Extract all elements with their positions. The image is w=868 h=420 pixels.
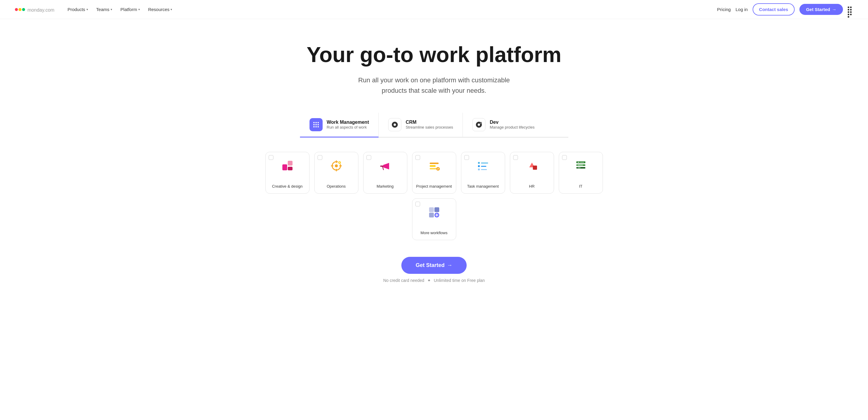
- workflow-card-creative[interactable]: Creative & design: [266, 152, 310, 193]
- logo-icon: [14, 4, 26, 15]
- svg-rect-15: [288, 167, 292, 170]
- svg-rect-39: [429, 207, 434, 212]
- marketing-label: Marketing: [377, 184, 394, 188]
- svg-rect-34: [580, 162, 584, 162]
- nav-menu: Products ▾ Teams ▾ Platform ▾ Resources …: [64, 4, 176, 14]
- work-management-title: Work Management: [327, 120, 369, 125]
- svg-rect-13: [282, 164, 287, 170]
- workflow-card-more[interactable]: More workflows: [412, 198, 456, 240]
- nav-login-link[interactable]: Log in: [736, 7, 748, 12]
- contact-sales-button[interactable]: Contact sales: [753, 3, 795, 16]
- svg-rect-1: [19, 8, 22, 11]
- tab-crm[interactable]: CRM Streamline sales processes: [379, 113, 463, 138]
- more-icon: [426, 205, 442, 220]
- workflow-card-hr[interactable]: HR: [510, 152, 554, 193]
- tab-dev[interactable]: Dev Manage product lifecycles: [463, 113, 544, 138]
- svg-rect-23: [478, 162, 480, 164]
- get-started-hero-button[interactable]: Get Started →: [401, 257, 467, 274]
- operations-label: Operations: [327, 184, 346, 188]
- svg-rect-10: [315, 126, 317, 127]
- project-checkbox[interactable]: [415, 155, 420, 160]
- nav-resources[interactable]: Resources ▾: [145, 4, 176, 14]
- nav-platform[interactable]: Platform ▾: [117, 4, 144, 14]
- teams-chevron-icon: ▾: [111, 8, 112, 11]
- platform-chevron-icon: ▾: [138, 8, 140, 11]
- workflow-card-it[interactable]: IT: [559, 152, 603, 193]
- get-started-nav-button[interactable]: Get Started →: [799, 4, 843, 15]
- dev-svg: [475, 121, 483, 129]
- workflow-card-marketing[interactable]: Marketing: [363, 152, 407, 193]
- task-checkbox[interactable]: [464, 155, 469, 160]
- svg-rect-41: [429, 213, 434, 217]
- svg-rect-7: [315, 124, 317, 125]
- workflows-grid: Creative & design Operations: [255, 152, 613, 240]
- crm-svg: [391, 121, 399, 129]
- svg-rect-25: [478, 165, 480, 167]
- svg-point-17: [335, 164, 338, 167]
- hero-subtitle: Run all your work on one platform with c…: [358, 75, 510, 96]
- svg-rect-8: [317, 124, 319, 125]
- creative-icon: [280, 158, 295, 174]
- cta-separator: ✦: [427, 278, 431, 283]
- operations-checkbox[interactable]: [317, 155, 322, 160]
- svg-rect-19: [430, 162, 439, 164]
- svg-rect-26: [481, 166, 486, 167]
- marketing-checkbox[interactable]: [367, 155, 371, 160]
- tab-work-management[interactable]: Work Management Run all aspects of work: [300, 113, 379, 138]
- workflow-card-project[interactable]: Project management: [412, 152, 456, 193]
- workflow-card-operations[interactable]: Operations: [314, 152, 359, 193]
- nav-teams[interactable]: Teams ▾: [93, 4, 116, 14]
- svg-rect-5: [317, 122, 319, 123]
- product-tabs: Work Management Run all aspects of work …: [300, 113, 568, 138]
- it-label: IT: [579, 184, 583, 188]
- nav-left: monday.com Products ▾ Teams ▾ Platform ▾…: [14, 4, 176, 15]
- marketing-icon: [377, 158, 393, 174]
- crm-text: CRM Streamline sales processes: [405, 120, 453, 129]
- products-chevron-icon: ▾: [87, 8, 88, 11]
- work-management-text: Work Management Run all aspects of work: [327, 120, 369, 129]
- svg-rect-4: [315, 122, 317, 123]
- work-management-desc: Run all aspects of work: [327, 125, 369, 129]
- svg-rect-2: [22, 8, 25, 11]
- svg-rect-30: [533, 166, 537, 170]
- hero-title: Your go-to work platform: [307, 43, 561, 66]
- svg-rect-14: [288, 161, 292, 166]
- resources-chevron-icon: ▾: [170, 8, 172, 11]
- svg-rect-9: [313, 126, 315, 127]
- hr-icon: [524, 158, 540, 174]
- creative-label: Creative & design: [272, 184, 303, 188]
- apps-grid-icon[interactable]: [848, 6, 854, 12]
- hr-label: HR: [529, 184, 535, 188]
- nav-pricing-link[interactable]: Pricing: [717, 7, 731, 12]
- svg-rect-33: [578, 162, 579, 162]
- crm-icon: [388, 118, 401, 131]
- dev-title: Dev: [490, 120, 534, 125]
- logo[interactable]: monday.com: [14, 4, 54, 15]
- svg-rect-40: [434, 207, 439, 212]
- svg-rect-36: [578, 164, 583, 165]
- svg-rect-3: [313, 122, 315, 123]
- hr-checkbox[interactable]: [513, 155, 518, 160]
- creative-checkbox[interactable]: [269, 155, 273, 160]
- it-icon: [573, 158, 589, 174]
- svg-rect-27: [478, 169, 480, 170]
- hero-section: Your go-to work platform Run all your wo…: [0, 19, 868, 297]
- it-checkbox[interactable]: [562, 155, 567, 160]
- svg-rect-21: [430, 168, 437, 170]
- svg-rect-38: [578, 167, 581, 168]
- brand-name: monday.com: [27, 6, 54, 13]
- more-checkbox[interactable]: [415, 202, 420, 206]
- workflow-card-task[interactable]: Task management: [461, 152, 505, 193]
- crm-title: CRM: [405, 120, 453, 125]
- svg-rect-0: [15, 8, 18, 11]
- nav-products[interactable]: Products ▾: [64, 4, 91, 14]
- dev-text: Dev Manage product lifecycles: [490, 120, 534, 129]
- arrow-right-icon: →: [447, 262, 452, 268]
- work-management-icon: [310, 118, 322, 131]
- dev-desc: Manage product lifecycles: [490, 125, 534, 129]
- navbar: monday.com Products ▾ Teams ▾ Platform ▾…: [0, 0, 868, 19]
- arrow-right-icon: →: [832, 7, 836, 12]
- operations-icon: [329, 158, 344, 174]
- task-label: Task management: [467, 184, 499, 188]
- svg-rect-28: [481, 169, 487, 170]
